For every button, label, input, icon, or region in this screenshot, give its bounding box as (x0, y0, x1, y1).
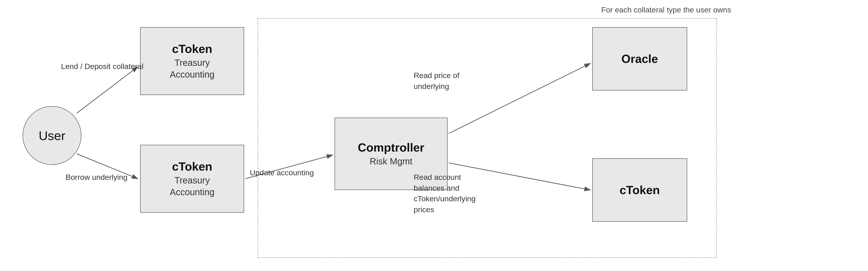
oracle-title: Oracle (621, 52, 658, 66)
ctoken-bottom-subtitle: TreasuryAccounting (170, 174, 215, 198)
ctoken-right-box: cToken (592, 158, 687, 222)
ctoken-bottom-box: cToken TreasuryAccounting (140, 145, 244, 213)
label-read-price: Read price ofunderlying (414, 70, 459, 92)
label-lend-deposit: Lend / Deposit collateral (61, 61, 144, 72)
comptroller-title: Comptroller (358, 141, 425, 154)
ctoken-top-title: cToken (172, 42, 212, 56)
diagram-container: For each collateral type the user owns U… (0, 0, 868, 271)
ctoken-top-box: cToken TreasuryAccounting (140, 27, 244, 95)
oracle-box: Oracle (592, 27, 687, 90)
ctoken-bottom-title: cToken (172, 159, 212, 174)
dashed-box-label: For each collateral type the user owns (601, 4, 731, 16)
label-update-accounting: Update accounting (250, 168, 314, 178)
label-borrow-underlying: Borrow underlying (66, 172, 127, 183)
user-label: User (39, 128, 65, 143)
arrow-user-to-ctoken-top (77, 67, 138, 113)
user-node: User (23, 106, 81, 165)
ctoken-top-subtitle: TreasuryAccounting (170, 57, 215, 80)
ctoken-right-title: cToken (620, 183, 660, 197)
label-read-balances: Read accountbalances andcToken/underlyin… (414, 172, 475, 215)
comptroller-subtitle: Risk Mgmt (370, 155, 412, 167)
